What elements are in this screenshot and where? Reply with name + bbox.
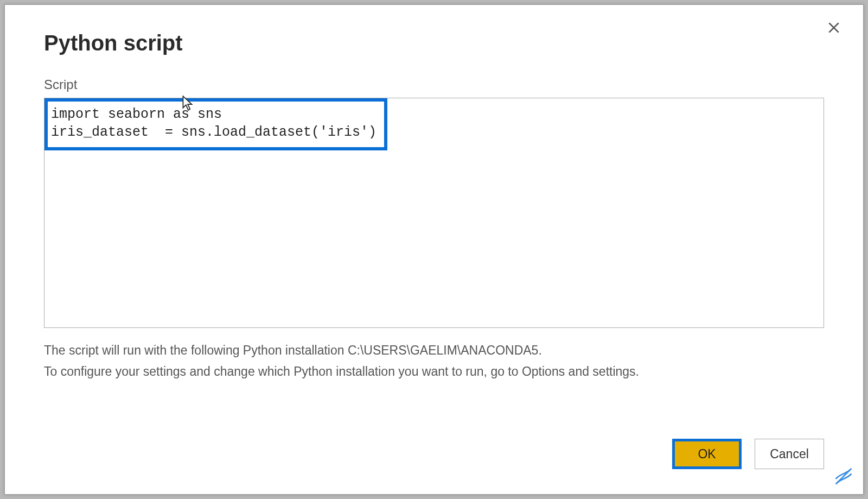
dialog-title: Python script [44,31,824,55]
svg-line-3 [840,478,843,481]
dialog-content: Python script Script The script will run… [5,5,863,393]
svg-line-4 [843,475,845,478]
script-textarea-wrapper [44,98,824,328]
script-label: Script [44,77,824,92]
dna-watermark-icon [831,459,857,488]
dialog-button-row: OK Cancel [672,439,824,469]
ok-button[interactable]: OK [672,439,742,469]
info-line-2: To configure your settings and change wh… [44,361,824,382]
info-text-block: The script will run with the following P… [44,340,824,382]
cancel-button[interactable]: Cancel [755,439,824,469]
close-button[interactable] [824,18,844,37]
script-textarea[interactable] [44,98,824,327]
python-script-dialog: Python script Script The script will run… [4,4,864,495]
close-icon [827,21,841,35]
svg-line-6 [847,470,850,472]
info-line-1: The script will run with the following P… [44,340,824,361]
svg-line-2 [837,480,840,483]
svg-line-5 [845,472,847,475]
